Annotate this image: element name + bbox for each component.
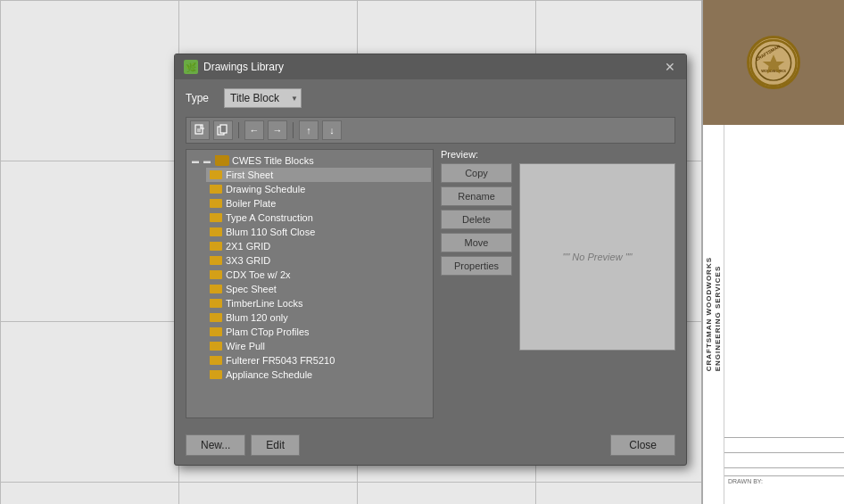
right-content: CRAFTSMAN WOODWORKS ENGINEERING SERVICES… (703, 125, 844, 504)
drawings-library-dialog: 🌿 Drawings Library ✕ Type Title Block De… (174, 54, 687, 466)
toolbar-arrow-left-btn[interactable]: ← (244, 120, 264, 140)
item-folder-icon (210, 327, 222, 336)
item-folder-icon (210, 242, 222, 251)
dialog-title-left: 🌿 Drawings Library (184, 60, 284, 74)
tree-item[interactable]: Blum 120 only (206, 310, 431, 325)
tree-panel: ▬ ▬ CWES Title Blocks First SheetDrawing… (186, 149, 434, 418)
properties-button[interactable]: Properties (441, 256, 512, 276)
tree-item-label: 3X3 GRID (226, 255, 270, 266)
tree-item[interactable]: Blum 110 Soft Close (206, 225, 431, 239)
divider-line (724, 437, 844, 438)
tree-item-label: Spec Sheet (226, 284, 277, 294)
tree-root: ▬ ▬ CWES Title Blocks First SheetDrawing… (186, 150, 433, 385)
dialog-close-icon[interactable]: ✕ (663, 60, 677, 74)
preview-box: "" No Preview "" (519, 163, 675, 351)
item-folder-icon (210, 356, 222, 365)
expand-icon: ▬ (192, 157, 201, 165)
item-folder-icon (210, 285, 222, 293)
root-folder-icon (215, 155, 229, 166)
tree-item[interactable]: 2X1 GRID (206, 239, 431, 253)
tree-item-label: Wire Pull (226, 341, 265, 351)
tree-item-label: Blum 110 Soft Close (226, 227, 315, 237)
preview-label: Preview: (441, 149, 675, 160)
tree-item[interactable]: Spec Sheet (206, 282, 431, 296)
company-logo: CRAFTSMAN WOODWORKS (747, 36, 800, 89)
tree-item[interactable]: TimberLine Locks (206, 296, 431, 310)
type-row: Type Title Block Detail Block Section Bl… (186, 88, 675, 108)
item-folder-icon (210, 213, 222, 222)
item-folder-icon (210, 170, 222, 179)
rename-button[interactable]: Rename (441, 186, 512, 206)
tree-item-label: Type A Construction (226, 212, 313, 223)
item-folder-icon (210, 342, 222, 351)
item-folder-icon (210, 370, 222, 379)
tree-item[interactable]: Type A Construction (206, 211, 431, 225)
tree-item[interactable]: Fulterer FR5043 FR5210 (206, 353, 431, 368)
tree-item-label: Blum 120 only (226, 312, 288, 323)
tree-item[interactable]: CDX Toe w/ 2x (206, 268, 431, 282)
vertical-text-panel: CRAFTSMAN WOODWORKS ENGINEERING SERVICES (703, 125, 724, 504)
dialog-app-icon: 🌿 (184, 60, 198, 74)
item-folder-icon (210, 299, 222, 308)
toolbar-sep-1 (238, 122, 239, 138)
expand-collapse-icon: ▬ (203, 157, 212, 165)
tree-root-label: CWES Title Blocks (232, 155, 314, 166)
footer-left: New... Edit (186, 434, 300, 456)
copy-button[interactable]: Copy (441, 163, 512, 183)
toolbar-arrow-right-btn[interactable]: → (268, 120, 287, 140)
drawn-by-label: DRAWN BY: (724, 475, 844, 486)
company-name-vertical: CRAFTSMAN WOODWORKS ENGINEERING SERVICES (705, 257, 722, 371)
tree-item-label: TimberLine Locks (226, 298, 302, 309)
main-content: ▬ ▬ CWES Title Blocks First SheetDrawing… (186, 149, 675, 418)
tree-root-item[interactable]: ▬ ▬ CWES Title Blocks (188, 153, 431, 168)
lines-panel: DRAWN BY: (724, 125, 844, 504)
action-buttons: Copy Rename Delete Move Properties (441, 163, 512, 345)
type-label: Type (186, 92, 217, 104)
tree-item-label: 2X1 GRID (226, 241, 270, 252)
item-folder-icon (210, 270, 222, 279)
tree-item-label: First Sheet (226, 169, 273, 180)
dialog-title: Drawings Library (203, 61, 284, 73)
tree-item-label: Plam CTop Profiles (226, 326, 310, 337)
tree-item[interactable]: Plam CTop Profiles (206, 325, 431, 339)
tree-item[interactable]: Appliance Schedule (206, 368, 431, 382)
type-select[interactable]: Title Block Detail Block Section Block (224, 88, 302, 108)
tree-item-label: Boiler Plate (226, 198, 276, 209)
item-folder-icon (210, 313, 222, 322)
tree-item[interactable]: Wire Pull (206, 339, 431, 353)
tree-item-label: Drawing Schedule (226, 184, 305, 194)
new-button[interactable]: New... (186, 434, 245, 456)
tree-item[interactable]: Boiler Plate (206, 196, 431, 211)
preview-no-preview-text: "" No Preview "" (563, 252, 633, 262)
item-folder-icon (210, 199, 222, 208)
toolbar-copy-doc-btn[interactable] (213, 120, 233, 140)
tree-item-label: CDX Toe w/ 2x (226, 269, 291, 280)
dialog-footer: New... Edit Close (186, 427, 675, 456)
tree-item-label: Fulterer FR5043 FR5210 (226, 355, 335, 366)
right-actions: Preview: Copy Rename Delete Move Propert… (441, 149, 675, 418)
tree-item[interactable]: 3X3 GRID (206, 253, 431, 268)
delete-button[interactable]: Delete (441, 210, 512, 229)
tree-item[interactable]: First Sheet (206, 168, 431, 182)
tree-item-label: Appliance Schedule (226, 369, 312, 380)
company-header: CRAFTSMAN WOODWORKS (703, 0, 844, 125)
type-select-wrapper: Title Block Detail Block Section Block (224, 88, 302, 108)
item-folder-icon (210, 227, 222, 236)
toolbar-arrow-up-btn[interactable]: ↑ (299, 120, 319, 140)
close-main-button[interactable]: Close (610, 434, 675, 456)
toolbar-arrow-down-btn[interactable]: ↓ (322, 120, 342, 140)
toolbar: ← → ↑ ↓ (186, 117, 675, 144)
toolbar-sep-2 (293, 122, 294, 138)
tree-scroll-area[interactable]: ▬ ▬ CWES Title Blocks First SheetDrawing… (186, 150, 433, 417)
divider-line (724, 467, 844, 468)
dialog-body: Type Title Block Detail Block Section Bl… (175, 79, 686, 465)
toolbar-new-doc-btn[interactable] (190, 120, 210, 140)
tree-item[interactable]: Drawing Schedule (206, 182, 431, 196)
item-folder-icon (210, 256, 222, 265)
drawing-border-panel: CRAFTSMAN WOODWORKS CRAFTSMAN WOODWORKS … (701, 0, 844, 504)
tree-children: First SheetDrawing ScheduleBoiler PlateT… (188, 168, 431, 382)
dialog-titlebar[interactable]: 🌿 Drawings Library ✕ (175, 54, 686, 79)
edit-button[interactable]: Edit (251, 434, 300, 456)
divider-line (724, 452, 844, 453)
move-button[interactable]: Move (441, 233, 512, 252)
